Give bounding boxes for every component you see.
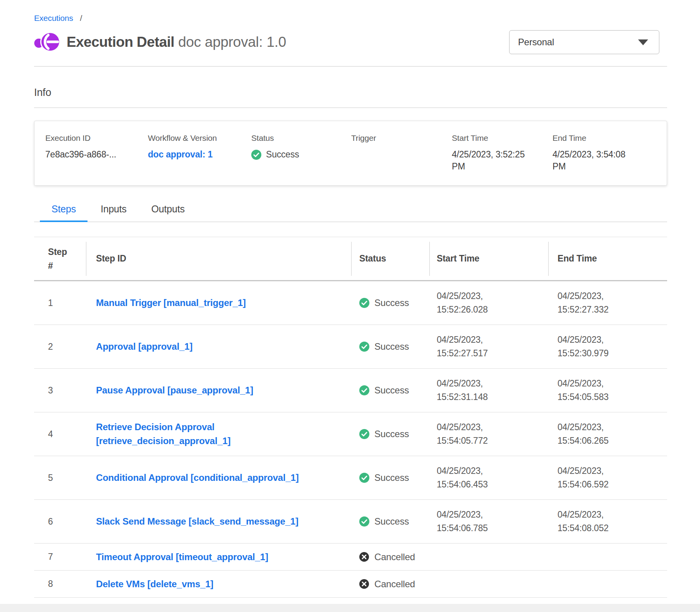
column-header-end-time: End Time — [549, 242, 667, 276]
step-end-time: 04/25/2023, 15:54:08.052 — [549, 508, 667, 535]
field-label: Workflow & Version — [148, 133, 251, 143]
step-start-time: 04/25/2023, 15:54:05.772 — [430, 421, 549, 448]
tab-steps[interactable]: Steps — [40, 203, 88, 222]
info-field-trigger: Trigger — [351, 133, 452, 173]
execution-info-card: Execution ID 7e8ac396-a868-... Workflow … — [34, 121, 667, 186]
steps-table-body: 1Manual Trigger [manual_trigger_1]Succes… — [34, 281, 667, 598]
info-field-status: Status Success — [251, 133, 351, 173]
status-badge: Success — [374, 385, 409, 396]
field-label: Status — [251, 133, 351, 143]
step-id-link[interactable]: Delete VMs [delete_vms_1] — [96, 577, 213, 591]
breadcrumb-separator: / — [80, 14, 82, 22]
success-check-icon — [359, 385, 369, 395]
success-check-icon — [359, 516, 369, 527]
step-start-time: 04/25/2023, 15:54:06.453 — [430, 464, 549, 491]
step-number: 7 — [34, 552, 86, 562]
step-id-link[interactable]: Pause Approval [pause_approval_1] — [96, 383, 253, 397]
step-number: 2 — [34, 342, 86, 352]
breadcrumb: Executions / — [34, 0, 667, 24]
info-field-start-time: Start Time 4/25/2023, 3:52:25 PM — [452, 133, 552, 173]
table-row: 3Pause Approval [pause_approval_1]Succes… — [34, 369, 667, 412]
step-status: Success — [352, 472, 430, 483]
status-badge: Cancelled — [374, 552, 415, 562]
step-id-link[interactable]: Slack Send Message [slack_send_message_1… — [96, 515, 299, 528]
step-status: Cancelled — [352, 552, 430, 562]
detail-tabs: Steps Inputs Outputs — [34, 203, 667, 222]
table-row: 8Delete VMs [delete_vms_1]Cancelled — [34, 571, 667, 598]
step-start-time: 04/25/2023, 15:54:06.785 — [430, 508, 549, 535]
step-id-link[interactable]: Retrieve Decision Approval [retrieve_dec… — [96, 420, 336, 448]
steps-table: Step # Step ID Status Start Time End Tim… — [34, 237, 667, 598]
step-number: 8 — [34, 579, 86, 589]
info-field-workflow-version: Workflow & Version doc approval: 1 — [148, 133, 251, 173]
page-title: Execution Detaildoc approval: 1.0 — [67, 34, 286, 50]
step-end-time: 04/25/2023, 15:54:06.265 — [549, 421, 667, 448]
step-number: 1 — [34, 298, 86, 308]
status-badge: Success — [374, 472, 409, 483]
workflow-version-link[interactable]: doc approval: 1 — [148, 149, 213, 159]
step-end-time: 04/25/2023, 15:52:27.332 — [549, 289, 667, 316]
step-start-time: 04/25/2023, 15:52:26.028 — [430, 289, 549, 316]
field-label: End Time — [552, 133, 663, 143]
title-divider — [34, 66, 667, 67]
chevron-down-icon — [638, 39, 648, 45]
success-check-icon — [359, 342, 369, 352]
step-number: 3 — [34, 385, 86, 396]
status-badge: Success — [374, 341, 409, 352]
table-row: 6Slack Send Message [slack_send_message_… — [34, 500, 667, 544]
step-number: 5 — [34, 473, 86, 483]
step-end-time: 04/25/2023, 15:54:06.592 — [549, 464, 667, 491]
page-title-subtitle: doc approval: 1.0 — [178, 34, 286, 50]
success-check-icon — [359, 429, 369, 439]
execution-id-value: 7e8ac396-a868-... — [45, 149, 148, 161]
column-header-start-time: Start Time — [430, 242, 549, 276]
step-end-time: 04/25/2023, 15:54:05.583 — [549, 377, 667, 404]
info-field-end-time: End Time 4/25/2023, 3:54:08 PM — [552, 133, 663, 173]
title-row: Execution Detaildoc approval: 1.0 Person… — [34, 30, 667, 55]
column-header-step-id: Step ID — [86, 242, 352, 276]
tab-outputs[interactable]: Outputs — [140, 203, 196, 222]
status-badge: Success — [374, 516, 409, 527]
step-id-link[interactable]: Manual Trigger [manual_trigger_1] — [96, 296, 246, 310]
field-label: Start Time — [452, 133, 552, 143]
success-check-icon — [359, 473, 369, 483]
info-divider — [34, 108, 667, 108]
step-id-link[interactable]: Approval [approval_1] — [96, 340, 192, 354]
main-content: Executions / Execution Detaildoc approva… — [34, 0, 667, 598]
step-id-link[interactable]: Conditional Approval [conditional_approv… — [96, 471, 299, 485]
table-row: 2Approval [approval_1]Success04/25/2023,… — [34, 325, 667, 369]
field-label: Execution ID — [45, 133, 148, 143]
cancelled-x-icon — [359, 579, 369, 589]
page-bottom-strip — [0, 604, 700, 612]
execution-detail-page: { "breadcrumb": { "root": "Executions", … — [0, 0, 700, 612]
start-time-value: 4/25/2023, 3:52:25 PM — [452, 149, 539, 173]
step-status: Success — [352, 429, 430, 439]
info-section-heading: Info — [34, 85, 667, 99]
table-row: 7Timeout Approval [timeout_approval_1]Ca… — [34, 544, 667, 571]
breadcrumb-executions-link[interactable]: Executions — [34, 14, 73, 22]
success-check-icon — [251, 150, 261, 160]
column-header-step-num: Step # — [34, 242, 86, 276]
step-status: Success — [352, 297, 430, 308]
table-row: 1Manual Trigger [manual_trigger_1]Succes… — [34, 281, 667, 325]
step-start-time: 04/25/2023, 15:52:31.148 — [430, 377, 549, 404]
success-check-icon — [359, 298, 369, 308]
status-badge: Success — [266, 149, 299, 161]
step-start-time: 04/25/2023, 15:52:27.517 — [430, 333, 549, 360]
step-number: 4 — [34, 429, 86, 439]
step-number: 6 — [34, 516, 86, 527]
step-status: Success — [352, 516, 430, 527]
status-badge: Cancelled — [374, 579, 415, 590]
table-row: 4Retrieve Decision Approval [retrieve_de… — [34, 412, 667, 456]
status-badge: Success — [374, 429, 409, 439]
info-field-execution-id: Execution ID 7e8ac396-a868-... — [45, 133, 148, 173]
workspace-dropdown[interactable]: Personal — [509, 30, 659, 54]
column-header-status: Status — [352, 242, 430, 276]
workflow-logo-icon — [34, 30, 60, 54]
step-status: Success — [352, 385, 430, 396]
tab-inputs[interactable]: Inputs — [89, 203, 138, 222]
page-title-main: Execution Detail — [67, 34, 174, 50]
steps-table-header: Step # Step ID Status Start Time End Tim… — [34, 237, 667, 281]
step-id-link[interactable]: Timeout Approval [timeout_approval_1] — [96, 550, 268, 564]
cancelled-x-icon — [359, 552, 369, 562]
